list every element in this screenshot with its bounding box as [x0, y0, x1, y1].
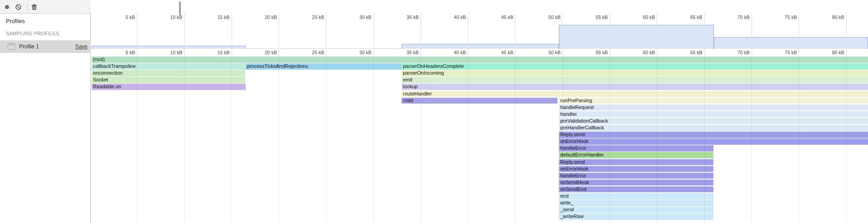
ruler-tick-label: 40 kB [440, 14, 466, 20]
ruler-tick-label: 5 kB [109, 14, 135, 20]
profiles-title: Profiles [6, 18, 25, 24]
gridline [279, 14, 279, 56]
flame-block-onerrorhook[interactable]: onErrorHook [559, 138, 868, 145]
overview-band [559, 25, 714, 49]
ruler-tick-label: 60 kB [629, 14, 655, 20]
ruler-tick-label: 70 kB [723, 14, 750, 20]
gridline [421, 14, 421, 56]
gridline [326, 57, 326, 223]
flame-block-onconnection[interactable]: onconnection [92, 70, 245, 76]
gridline [657, 57, 657, 223]
ruler-tick-label: 15 kB [204, 50, 230, 55]
ruler-tick-label: 25 kB [298, 14, 324, 20]
flame-block-reply-send[interactable]: Reply.send [559, 159, 713, 166]
gridline [279, 57, 279, 223]
ruler-tick-label: 45 kB [487, 50, 513, 55]
flame-block-readable-on[interactable]: Readable.on [92, 84, 246, 90]
clear-icon[interactable] [15, 4, 22, 10]
ruler-tick-label: 35 kB [393, 14, 419, 20]
overview-band [714, 37, 868, 49]
flame-block-writeraw[interactable]: _writeRaw [559, 214, 713, 220]
gridline [799, 14, 799, 56]
ruler-tick-label: 10 kB [156, 14, 182, 20]
ruler-tick-label: 55 kB [582, 50, 608, 55]
ruler-tick-label: 70 kB [723, 50, 750, 55]
ruler-tick-label: 75 kB [771, 50, 797, 55]
ruler-tick-label: 80 kB [818, 50, 844, 55]
overview-band [92, 46, 246, 49]
flame-block-defaulterrorhandler[interactable]: defaultErrorHandler [559, 152, 713, 158]
flame-block-parseronheaderscomplete[interactable]: parserOnHeadersComplete [402, 63, 868, 70]
gridline [373, 14, 374, 56]
gridline [752, 57, 752, 223]
profile-grid-icon [8, 43, 15, 50]
flame-block-emit[interactable]: emit [402, 77, 868, 83]
gridline [137, 14, 137, 56]
flame-block-socket[interactable]: Socket [92, 77, 245, 83]
ruler-tick-label: 10 kB [156, 50, 182, 55]
sidebar: Profiles SAMPLING PROFILES Profile 1 Sav… [0, 14, 91, 223]
ruler-tick-label: 30 kB [345, 50, 372, 55]
flame-block-handler[interactable]: handler [559, 111, 868, 118]
ruler-tick-label: 50 kB [534, 14, 561, 20]
record-button[interactable] [4, 4, 10, 10]
flame-block-lookup[interactable]: lookup [402, 84, 868, 90]
ruler-tick-label: 75 kB [771, 14, 797, 20]
gridline [326, 14, 326, 56]
sampling-profiles-section-label: SAMPLING PROFILES [6, 31, 59, 36]
sidebar-item-profile-1[interactable]: Profile 1 Save [0, 40, 91, 53]
ruler-tick-label: 20 kB [251, 14, 277, 20]
gridline [184, 57, 184, 223]
ruler-tick-label: 25 kB [298, 50, 324, 55]
flame-block-reply-send[interactable]: Reply.send [559, 132, 868, 138]
gridline [515, 57, 515, 223]
gridline [752, 14, 752, 56]
flame-block-parseronincoming[interactable]: parserOnIncoming [402, 70, 868, 76]
gridline [232, 57, 232, 223]
flame-block-routehandler[interactable]: routeHandler [402, 91, 868, 97]
gridline [421, 57, 421, 223]
flame-block-write[interactable]: write_ [559, 200, 713, 206]
chart-main: 5 kB5 kB10 kB10 kB15 kB15 kB20 kB20 kB25… [91, 0, 868, 223]
gridline [846, 57, 847, 223]
trash-icon[interactable] [31, 4, 38, 10]
gridline [846, 14, 847, 56]
flame-block-onsendend[interactable]: onSendEnd [559, 186, 713, 193]
gridline [563, 57, 563, 223]
flame-block-child[interactable]: child [402, 98, 558, 104]
scrollbar-thumb[interactable] [179, 1, 181, 15]
gridline [137, 57, 137, 223]
flame-block-handleerror[interactable]: handleError [559, 145, 713, 152]
ruler-tick-label: 30 kB [345, 14, 372, 20]
flame-block-callbacktrampoline[interactable]: callbackTrampoline [92, 63, 246, 70]
ruler-tick-label: 15 kB [204, 14, 230, 20]
ruler-tick-label: 65 kB [676, 14, 703, 20]
ruler-tick-label: 5 kB [109, 50, 135, 55]
flame-block-onsendhook[interactable]: onSendHook [559, 180, 713, 186]
ruler-tick-label: 40 kB [440, 50, 466, 55]
flame-block-end[interactable]: end [559, 193, 713, 199]
flame-block-handleerror[interactable]: handleError [559, 173, 713, 179]
gridline [799, 57, 799, 223]
ruler-tick-label: 80 kB [818, 14, 844, 20]
profile-name: Profile 1 [19, 43, 39, 50]
gridline [515, 14, 515, 56]
flame-block-prehandlercallback[interactable]: preHandlerCallback [559, 125, 868, 131]
save-link[interactable]: Save [75, 43, 87, 50]
gridline [373, 57, 374, 223]
gridline [468, 57, 468, 223]
gridline [468, 14, 468, 56]
gridline [610, 57, 610, 223]
ruler-tick-label: 50 kB [534, 50, 561, 55]
flame-block-onerrorhook[interactable]: onErrorHook [559, 166, 713, 172]
heap-profiler-panel: Chart Profiles SAMPLING PROFILES Profile… [0, 0, 868, 223]
gridline [704, 57, 705, 223]
toolbar-separator [27, 3, 28, 10]
flame-block-handlerequest[interactable]: handleRequest [559, 104, 868, 111]
flame-block-prevalidationcallback[interactable]: preValidationCallback [559, 118, 868, 124]
flame-block-processticksandrejections[interactable]: processTicksAndRejections [246, 63, 402, 70]
flame-block-send[interactable]: _send [559, 207, 713, 213]
ruler-tick-label: 65 kB [676, 50, 703, 55]
flame-block-runpreparsing[interactable]: runPreParsing [559, 98, 868, 104]
gridline [184, 14, 184, 56]
